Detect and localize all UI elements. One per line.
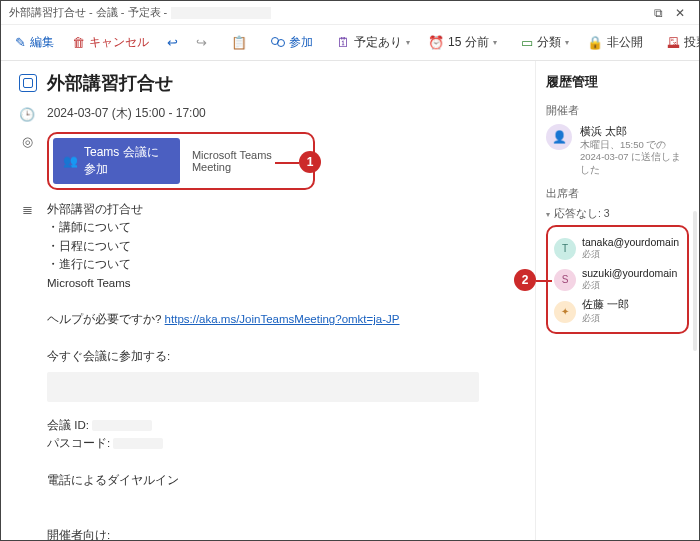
callout-2: 2 [514,269,536,291]
cancel-label: キャンセル [89,34,149,51]
side-scrollbar[interactable] [693,211,697,351]
teams-icon: 👥 [63,154,78,168]
body-line: 外部講習の打合せ [47,200,507,218]
privacy-button[interactable]: 🔒非公開 [579,30,651,55]
join-button[interactable]: 参加 [263,30,321,55]
join-now-label: 今すぐ会議に参加する: [47,347,507,365]
avatar: 👤 [546,124,572,150]
attendee-row[interactable]: Ttanaka@yourdomain必須 [552,233,683,264]
body-line: ・日程について [47,237,507,255]
chevron-down-icon: ▾ [493,38,497,47]
side-heading: 履歴管理 [546,73,689,91]
dialin-heading: 電話によるダイヤルイン [47,471,507,489]
teams-join-text: Teams 会議に参加 [84,144,170,178]
chevron-down-icon: ▾ [565,38,569,47]
category-label: 分類 [537,34,561,51]
edit-button[interactable]: ✎編集 [7,30,62,55]
poll-button[interactable]: 🗳投票のスケジューリング [659,30,700,55]
redacted-join-url [47,372,479,402]
reminder-label: 15 分前 [448,34,489,51]
popout-icon[interactable]: ⧉ [647,6,669,20]
window-title: 外部講習打合せ - 会議 - 予定表 - [9,5,167,20]
window-title-redacted [171,7,271,19]
join-label: 参加 [289,34,313,51]
response-label: 応答なし: 3 [554,207,610,221]
event-datetime: 2024-03-07 (木) 15:00 - 17:00 [47,105,206,122]
redo-button[interactable]: ↪ [188,31,215,54]
toolbar: ✎編集 🗑キャンセル ↩ ↪ 📋 参加 🗓予定あり▾ ⏰15 分前▾ ▭分類▾ … [1,25,699,61]
poll-label: 投票のスケジューリング [684,34,700,51]
people-icon [271,37,285,49]
attendee-row[interactable]: Ssuzuki@yourdomain必須 [552,264,683,295]
help-prefix: ヘルプが必要ですか? [47,313,165,325]
response-row[interactable]: ▾応答なし: 3 [546,207,689,221]
chevron-down-icon: ▾ [406,38,410,47]
status-label: 予定あり [354,34,402,51]
location-icon: ◎ [19,132,35,149]
status-button[interactable]: 🗓予定あり▾ [329,30,418,55]
edit-label: 編集 [30,34,54,51]
clipboard-button[interactable]: 📋 [223,31,255,54]
category-button[interactable]: ▭分類▾ [513,30,577,55]
body-line: ・進行について [47,255,507,273]
attendee-sub: 必須 [582,248,679,261]
attendee-name: tanaka@yourdomain [582,236,679,248]
reminder-button[interactable]: ⏰15 分前▾ [420,30,505,55]
avatar: S [554,269,576,291]
cancel-button[interactable]: 🗑キャンセル [64,30,157,55]
passcode-label: パスコード: [47,437,110,449]
redacted-passcode [113,438,163,449]
avatar: T [554,238,576,260]
event-body: 外部講習の打合せ ・講師について ・日程について ・進行について Microso… [47,200,517,540]
avatar: ✦ [554,301,576,323]
teams-join-box: 👥 Teams 会議に参加 Microsoft Teams Meeting [47,132,315,190]
organizer-name: 横浜 太郎 [580,124,689,139]
event-title: 外部講習打合せ [47,71,173,95]
attendee-box: Ttanaka@yourdomain必須Ssuzuki@yourdomain必須… [546,225,689,334]
redacted-meeting-id [92,420,152,431]
attendees-label: 出席者 [546,186,689,201]
body-line: ・講師について [47,218,507,236]
close-icon[interactable]: ✕ [669,6,691,20]
meeting-icon [19,74,37,92]
organizer-label: 開催者 [546,103,689,118]
main-pane: 外部講習打合せ 🕒 2024-03-07 (木) 15:00 - 17:00 ◎… [1,61,535,540]
privacy-label: 非公開 [607,34,643,51]
meeting-id-label: 会議 ID: [47,419,89,431]
attendee-name: 佐藤 一郎 [582,298,629,312]
callout-1: 1 [299,151,321,173]
teams-join-button[interactable]: 👥 Teams 会議に参加 [53,138,180,184]
side-pane: 履歴管理 開催者 👤 横浜 太郎 木曜日、15:50 での 2024-03-07… [535,61,699,540]
attendee-name: suzuki@yourdomain [582,267,677,279]
organizer-sub: 木曜日、15:50 での 2024-03-07 に送信しました [580,139,689,176]
attendee-sub: 必須 [582,312,629,325]
undo-button[interactable]: ↩ [159,31,186,54]
chevron-down-icon: ▾ [546,210,550,219]
body-line: Microsoft Teams [47,274,507,292]
attendee-sub: 必須 [582,279,677,292]
teams-meeting-label: Microsoft Teams Meeting [192,149,301,173]
notes-icon: ≣ [19,200,35,540]
attendee-row[interactable]: ✦佐藤 一郎必須 [552,295,683,328]
clock-icon: 🕒 [19,105,35,122]
help-link[interactable]: https://aka.ms/JoinTeamsMeeting?omkt=ja-… [165,313,400,325]
organizer-row[interactable]: 👤 横浜 太郎 木曜日、15:50 での 2024-03-07 に送信しました [546,124,689,176]
organizer-heading: 開催者向け: [47,526,507,540]
